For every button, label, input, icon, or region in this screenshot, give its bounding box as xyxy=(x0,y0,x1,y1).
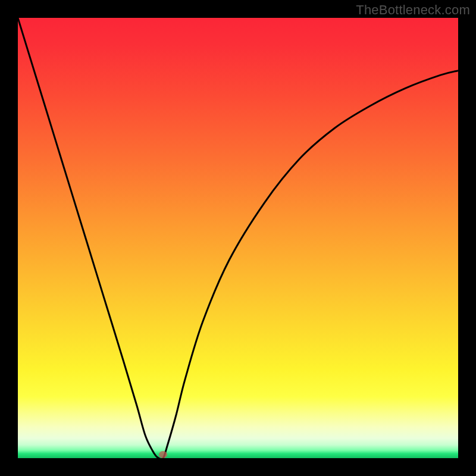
min-marker xyxy=(159,451,167,458)
chart-frame: TheBottleneck.com xyxy=(0,0,476,476)
curve-layer xyxy=(18,18,458,458)
watermark-text: TheBottleneck.com xyxy=(356,2,470,18)
plot-area xyxy=(18,18,458,458)
bottleneck-curve xyxy=(18,18,458,458)
